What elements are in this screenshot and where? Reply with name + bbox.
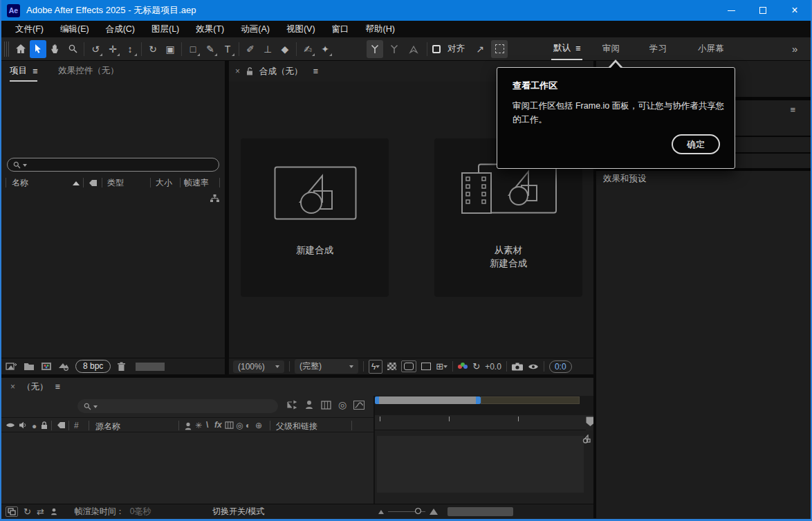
- menu-effect[interactable]: 效果(T): [187, 24, 232, 35]
- comp-marker-bin[interactable]: [586, 417, 593, 427]
- delete-item-button[interactable]: [117, 362, 126, 372]
- expand-in-out-pane-button[interactable]: ⇄: [37, 507, 44, 516]
- graph-editor-button[interactable]: [353, 401, 365, 410]
- layer-list-area[interactable]: [1, 432, 373, 504]
- dolly-camera-tool[interactable]: ↕: [122, 40, 138, 58]
- workarea-end-handle[interactable]: [476, 396, 481, 404]
- camera-tool[interactable]: ▣: [162, 40, 178, 58]
- world-axis-mode-button[interactable]: [386, 40, 403, 58]
- toolbar-grip[interactable]: [4, 42, 9, 57]
- bit-depth-button[interactable]: 8 bpc: [75, 360, 111, 373]
- workspace-tab-default[interactable]: 默认 ≡: [551, 37, 582, 60]
- home-button[interactable]: [12, 40, 29, 58]
- adjustment-layer-column[interactable]: ◐: [246, 421, 250, 430]
- show-snapshot-button[interactable]: [528, 363, 539, 370]
- region-of-interest-button[interactable]: [421, 363, 431, 370]
- fast-preview-button[interactable]: ϟ: [369, 360, 382, 374]
- comp-button[interactable]: [581, 435, 591, 444]
- puppet-pin-tool[interactable]: ✦: [317, 40, 333, 58]
- timeline-search-input[interactable]: [77, 399, 278, 413]
- project-search-input[interactable]: [7, 158, 219, 172]
- view-axis-mode-button[interactable]: [405, 40, 422, 58]
- track-area[interactable]: [375, 430, 593, 504]
- horizontal-scrollbar[interactable]: [447, 507, 513, 516]
- column-name[interactable]: 名称: [6, 178, 83, 188]
- tab-effect-controls[interactable]: 效果控件（无）: [58, 65, 119, 82]
- timeline-tab-label[interactable]: （无）: [22, 381, 48, 393]
- parent-link-column[interactable]: 父级和链接: [276, 421, 317, 432]
- shy-switch-column[interactable]: [184, 422, 192, 430]
- minimize-button[interactable]: [715, 0, 747, 21]
- zoom-in-mountain-icon[interactable]: [430, 509, 438, 515]
- threed-layer-column[interactable]: ⊕: [255, 421, 262, 430]
- time-ruler[interactable]: [375, 415, 586, 430]
- grid-guides-button[interactable]: ⊞: [436, 361, 447, 372]
- snap-options-arrow[interactable]: ↗: [472, 40, 488, 58]
- workspace-menu-icon[interactable]: ≡: [575, 44, 580, 53]
- workspace-tab-review[interactable]: 审阅: [600, 37, 622, 60]
- roto-brush-tool[interactable]: ✍: [299, 40, 316, 58]
- clone-stamp-tool[interactable]: ⊥: [259, 40, 276, 58]
- project-flowchart-button[interactable]: [210, 194, 220, 203]
- exposure-value[interactable]: +0.0: [485, 362, 501, 372]
- label-color-column[interactable]: [57, 421, 66, 429]
- expand-layer-switches-button[interactable]: [6, 506, 18, 517]
- menu-layer[interactable]: 图层(L): [143, 24, 187, 35]
- snap-label[interactable]: 对齐: [447, 43, 465, 55]
- frame-blend-column[interactable]: [225, 421, 234, 429]
- eraser-tool[interactable]: ◆: [277, 40, 293, 58]
- column-size[interactable]: 大小: [150, 178, 180, 188]
- collapse-transforms-column[interactable]: ✳: [195, 421, 202, 430]
- panel-menu-icon[interactable]: ≡: [33, 66, 37, 76]
- brush-tool[interactable]: ✐: [242, 40, 259, 58]
- motion-blur-column[interactable]: ◎: [236, 421, 243, 430]
- pan-camera-tool[interactable]: ✛: [104, 40, 121, 58]
- maximize-button[interactable]: [747, 0, 779, 21]
- audio-column[interactable]: [19, 421, 26, 429]
- panel-menu-icon[interactable]: ≡: [313, 66, 318, 76]
- column-framerate[interactable]: 帧速率: [180, 178, 219, 188]
- effects-column[interactable]: fx: [214, 421, 222, 429]
- layer-number-column[interactable]: #: [74, 421, 79, 430]
- menu-edit[interactable]: 编辑(E): [52, 24, 98, 35]
- solo-column[interactable]: ●: [32, 422, 37, 430]
- new-composition-button[interactable]: [41, 362, 52, 371]
- magnification-dropdown[interactable]: (100%): [233, 360, 284, 373]
- menu-animation[interactable]: 动画(A): [232, 24, 278, 35]
- zoom-slider-track[interactable]: [388, 511, 416, 512]
- column-label-color[interactable]: [83, 178, 102, 188]
- zoom-tool[interactable]: [64, 40, 81, 58]
- hide-shy-layers-button[interactable]: [304, 400, 314, 410]
- menu-help[interactable]: 帮助(H): [358, 24, 403, 35]
- pen-tool[interactable]: ✎: [202, 40, 219, 58]
- lock-open-icon[interactable]: [246, 67, 253, 75]
- color-management-button[interactable]: ↻: [472, 361, 480, 372]
- mask-feather-button[interactable]: [491, 40, 508, 58]
- snap-checkbox[interactable]: [432, 45, 441, 53]
- menu-window[interactable]: 窗口: [324, 24, 358, 35]
- tab-project[interactable]: 项目 ≡: [10, 65, 37, 82]
- orbit-camera-tool[interactable]: ↺: [87, 40, 104, 58]
- motion-blur-button[interactable]: ◎: [338, 400, 347, 410]
- timecode-field[interactable]: 0:0: [549, 360, 572, 373]
- panel-menu-icon[interactable]: ≡: [55, 382, 60, 392]
- interpret-footage-button[interactable]: [6, 362, 17, 371]
- type-tool[interactable]: T: [219, 40, 236, 58]
- mini-flowchart-button[interactable]: [286, 400, 297, 410]
- rotation-tool[interactable]: ↻: [145, 40, 161, 58]
- column-type[interactable]: 类型: [102, 178, 150, 188]
- quality-column[interactable]: \: [206, 421, 208, 429]
- show-channel-button[interactable]: [458, 363, 468, 371]
- zoom-slider-knob[interactable]: [415, 508, 421, 514]
- navigator-view-bar[interactable]: [379, 396, 476, 404]
- panel-close-icon[interactable]: ×: [10, 382, 15, 392]
- footer-drag-zone[interactable]: [136, 363, 165, 371]
- close-button[interactable]: ×: [779, 0, 811, 21]
- menu-file[interactable]: 文件(F): [7, 24, 52, 35]
- rectangle-tool[interactable]: □: [185, 40, 201, 58]
- new-folder-button[interactable]: [24, 363, 35, 371]
- menu-composition[interactable]: 合成(C): [98, 24, 143, 35]
- new-composition-card[interactable]: 新建合成: [241, 138, 389, 297]
- snapshot-button[interactable]: [512, 363, 523, 371]
- effects-presets-panel-title[interactable]: 效果和预设: [603, 173, 647, 185]
